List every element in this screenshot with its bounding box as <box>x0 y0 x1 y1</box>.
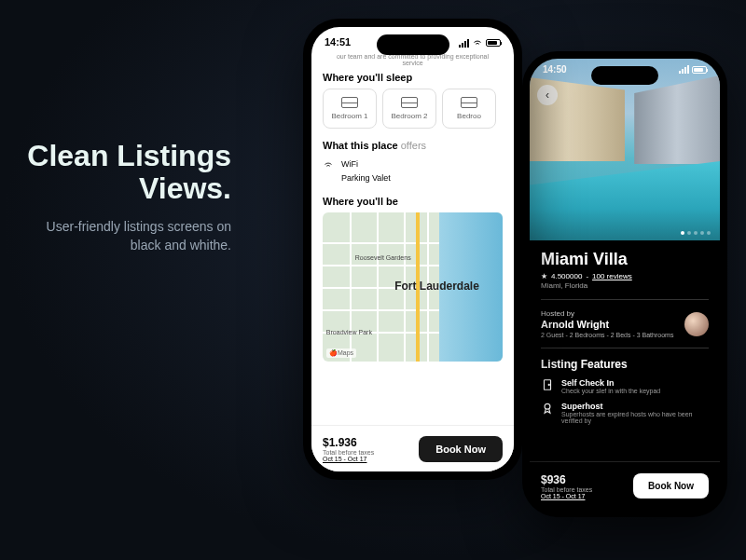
feature-name: Self Check In <box>561 378 660 388</box>
listing-title: Miami Villa <box>541 250 709 269</box>
amenity-parking: Parking Valet <box>323 171 503 184</box>
tax-note: Total before taxes <box>541 486 592 493</box>
bed-icon <box>461 97 477 108</box>
promo-subtitle: User-friendly listings screens on black … <box>26 218 231 254</box>
notch <box>377 34 449 55</box>
footer-bar: $936 Total before taxes Oct 15 - Oct 17 … <box>530 461 720 510</box>
maps-badge: 🍎Maps <box>326 348 356 358</box>
hero-image[interactable]: 14:50 ‹ <box>530 59 720 240</box>
top-blurb: our team and are committed to providing … <box>311 53 514 66</box>
listing-location: Miami, Florida <box>541 281 709 290</box>
price: $936 <box>541 473 592 486</box>
bedroom-card[interactable]: Bedroom 1 <box>323 89 377 129</box>
reviews-link[interactable]: 100 reviews <box>592 272 632 280</box>
dates[interactable]: Oct 15 - Oct 17 <box>541 493 592 499</box>
phone-white: 14:51 our team and are committed to prov… <box>303 19 522 480</box>
avatar[interactable] <box>684 312 709 336</box>
signal-icon <box>679 65 689 74</box>
dates[interactable]: Oct 15 - Oct 17 <box>323 456 374 462</box>
door-icon <box>541 378 554 391</box>
footer-bar: $1.936 Total before taxes Oct 15 - Oct 1… <box>311 425 514 471</box>
battery-icon <box>486 39 501 47</box>
svg-point-1 <box>548 384 549 385</box>
bedroom-card[interactable]: Bedroo <box>442 89 496 129</box>
bed-icon <box>401 97 418 108</box>
signal-icon <box>459 39 469 48</box>
feature-name: Superhost <box>561 402 709 411</box>
bed-icon <box>341 97 358 108</box>
features-title: Listing Features <box>541 358 709 371</box>
map-label: Roosevelt Gardens <box>355 254 411 261</box>
book-now-button[interactable]: Book Now <box>633 473 709 499</box>
status-time: 14:50 <box>543 64 567 75</box>
book-now-button[interactable]: Book Now <box>419 436 503 462</box>
phone-black: 14:50 ‹ Miami Villa ★ 4.500000 - 100 rev… <box>522 51 727 517</box>
svg-point-2 <box>545 403 550 409</box>
wifi-icon <box>472 36 483 49</box>
notch <box>591 66 658 85</box>
battery-icon <box>692 66 707 74</box>
badge-icon <box>541 402 554 415</box>
feature-desc: Check your slef in with the keypad <box>561 388 660 394</box>
back-button[interactable]: ‹ <box>537 85 558 105</box>
pagination-dots[interactable] <box>681 231 711 235</box>
status-time: 14:51 <box>325 36 351 49</box>
map[interactable]: Roosevelt Gardens Broadview Park Fort La… <box>323 212 503 362</box>
host-label: Hosted by <box>541 309 673 318</box>
rating-value: 4.500000 <box>551 272 582 280</box>
location-title: Where you'll be <box>323 196 503 207</box>
offers-title: What this place offers <box>323 140 503 151</box>
tax-note: Total before taxes <box>323 449 374 456</box>
host-name: Arnold Wright <box>541 319 673 330</box>
promo-title: Clean Listings Views. <box>26 140 231 205</box>
host-details: 2 Guest - 2 Bedrooms - 2 Beds - 3 Bathro… <box>541 332 673 338</box>
map-label: Broadview Park <box>326 329 372 335</box>
rating-row: ★ 4.500000 - 100 reviews <box>541 272 709 280</box>
promo-block: Clean Listings Views. User-friendly list… <box>26 140 231 255</box>
map-city: Fort Lauderdale <box>394 280 479 293</box>
amenity-wifi: WiFi <box>323 157 503 171</box>
star-icon: ★ <box>541 272 547 280</box>
price: $1.936 <box>323 436 374 449</box>
feature-desc: Superhosts are expired hosts who have be… <box>561 411 709 424</box>
wifi-icon <box>323 158 334 170</box>
sleep-title: Where you'll sleep <box>323 72 503 83</box>
bedroom-card[interactable]: Bedroom 2 <box>382 89 436 129</box>
